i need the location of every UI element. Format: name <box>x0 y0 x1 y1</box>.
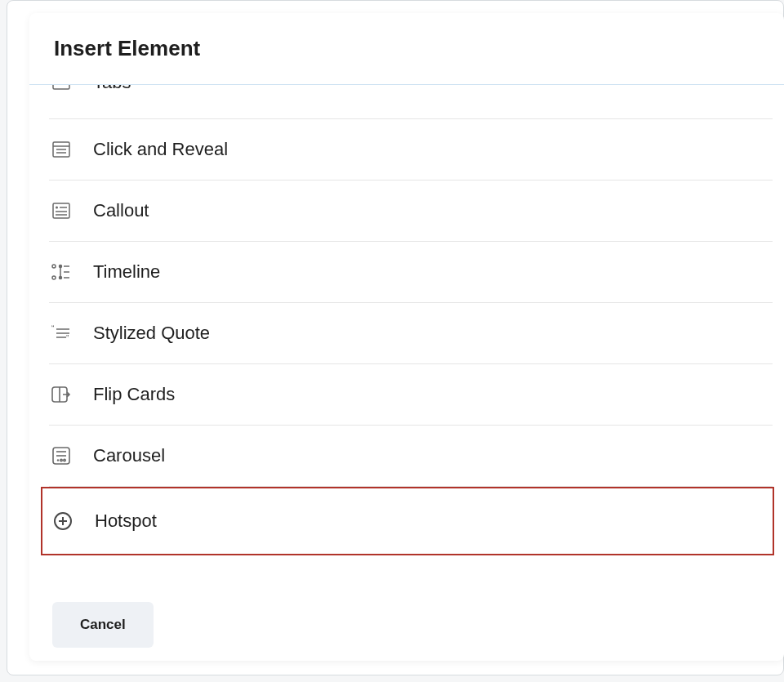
svg-rect-0 <box>53 85 69 89</box>
element-option-carousel[interactable]: Carousel <box>49 426 773 487</box>
tabs-icon <box>51 85 72 93</box>
element-option-label: Hotspot <box>95 510 157 532</box>
svg-point-12 <box>52 276 56 279</box>
svg-point-7 <box>56 207 58 209</box>
element-option-label: Timeline <box>93 261 160 283</box>
modal-footer: Cancel <box>29 582 784 661</box>
svg-text:”: ” <box>66 334 69 341</box>
svg-point-11 <box>52 265 56 268</box>
element-option-stylized-quote[interactable]: “ ” Stylized Quote <box>49 303 773 364</box>
insert-element-modal: Insert Element Tabs Click and Reve <box>29 13 784 661</box>
element-option-label: Callout <box>93 200 149 221</box>
timeline-icon <box>51 261 72 283</box>
element-option-click-and-reveal[interactable]: Click and Reveal <box>49 119 773 181</box>
svg-point-31 <box>64 459 65 461</box>
click-reveal-icon <box>51 139 72 160</box>
element-option-label: Flip Cards <box>93 384 175 405</box>
svg-point-29 <box>57 459 59 461</box>
svg-point-30 <box>60 459 62 461</box>
svg-text:“: “ <box>51 325 54 333</box>
element-option-flip-cards[interactable]: Flip Cards <box>49 364 773 426</box>
modal-header: Insert Element <box>29 13 784 85</box>
stylized-quote-icon: “ ” <box>51 323 72 344</box>
element-option-callout[interactable]: Callout <box>49 181 773 242</box>
element-option-tabs[interactable]: Tabs <box>49 85 773 119</box>
flip-cards-icon <box>51 384 72 405</box>
hotspot-icon <box>52 510 74 532</box>
element-option-hotspot[interactable]: Hotspot <box>41 487 774 555</box>
modal-title: Insert Element <box>54 36 760 61</box>
element-list: Tabs Click and Reveal <box>29 85 784 582</box>
svg-rect-6 <box>53 203 69 218</box>
element-option-label: Click and Reveal <box>93 139 228 160</box>
element-option-timeline[interactable]: Timeline <box>49 242 773 303</box>
element-option-label: Carousel <box>93 445 165 466</box>
callout-icon <box>51 200 72 221</box>
element-option-label: Tabs <box>93 85 131 93</box>
carousel-icon <box>51 445 72 466</box>
cancel-button[interactable]: Cancel <box>52 602 154 648</box>
element-option-label: Stylized Quote <box>93 323 210 344</box>
